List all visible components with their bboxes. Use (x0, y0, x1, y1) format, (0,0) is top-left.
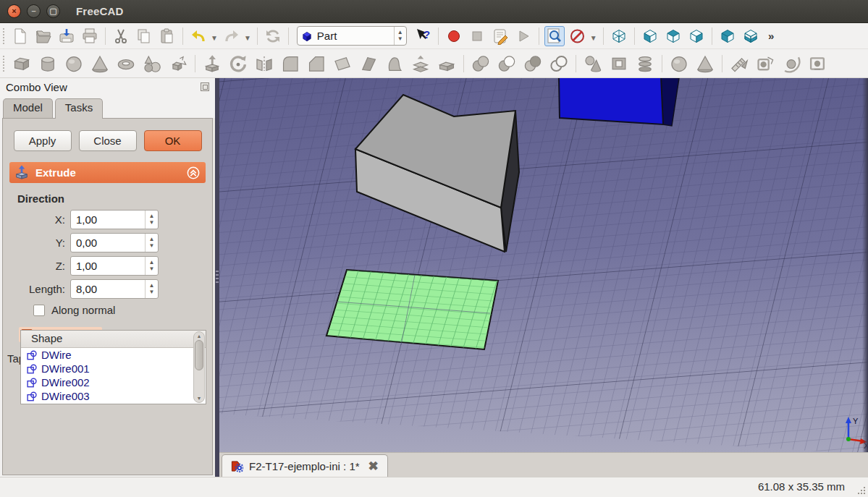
box-button[interactable] (10, 52, 33, 75)
tab-tasks[interactable]: Tasks (55, 98, 103, 119)
macro-record-button[interactable] (444, 26, 464, 46)
view-axonometric-button[interactable] (609, 26, 629, 46)
scroll-thumb[interactable] (195, 340, 203, 370)
make-face-button[interactable] (331, 52, 354, 75)
measure-refresh-button[interactable] (780, 52, 803, 75)
open-document-button[interactable] (33, 26, 54, 46)
view-front-button[interactable] (640, 26, 660, 46)
revolve-button[interactable] (227, 52, 250, 75)
draw-style-button[interactable] (568, 26, 588, 46)
view-top-icon (665, 27, 682, 45)
length-spin-arrows[interactable]: ▲▼ (145, 280, 158, 298)
shape-builder-button[interactable] (167, 52, 190, 75)
sweep-button[interactable] (581, 52, 604, 75)
apply-button[interactable]: Apply (14, 130, 72, 151)
check-geometry-button[interactable] (667, 52, 691, 75)
measure-linear-button[interactable] (728, 52, 751, 75)
ruled-surface-button[interactable] (357, 52, 380, 75)
close-button[interactable]: Close (79, 130, 137, 151)
sphere-icon (64, 54, 83, 73)
shape-list-scrollbar[interactable]: ▲ ▼ (193, 331, 205, 403)
fillet-button[interactable] (279, 52, 302, 75)
new-document-button[interactable] (10, 26, 30, 46)
shape-list-item[interactable]: DWire002 (21, 375, 206, 389)
whats-this-button[interactable] (413, 26, 433, 46)
window-minimize-button[interactable]: – (27, 4, 41, 18)
defeaturing-button[interactable] (694, 52, 717, 75)
toolbar-overflow-button[interactable] (764, 26, 784, 46)
copy-button[interactable] (134, 26, 154, 46)
resize-grip-icon[interactable] (857, 486, 866, 495)
view-bottom-button[interactable] (741, 26, 761, 46)
cut-button[interactable] (111, 26, 131, 46)
undo-button[interactable] (188, 26, 208, 46)
extrude-button[interactable] (201, 52, 224, 75)
tab-model[interactable]: Model (3, 98, 53, 118)
fit-all-button[interactable] (544, 26, 565, 46)
scroll-up-icon[interactable]: ▲ (197, 334, 202, 339)
window-maximize-button[interactable]: ▢ (46, 4, 60, 18)
view-rear-button[interactable] (717, 26, 738, 46)
draw-style-dropdown-icon[interactable]: ▼ (590, 30, 597, 42)
boolean-intersection-button[interactable] (521, 52, 544, 75)
shape-list-item[interactable]: DWire (21, 348, 206, 362)
view-top-button[interactable] (663, 26, 683, 46)
workbench-selector-arrows-icon[interactable]: ▲▼ (394, 27, 406, 45)
along-normal-checkbox[interactable]: ✓ (33, 305, 45, 316)
redo-button[interactable] (222, 26, 242, 46)
torus-button[interactable] (114, 52, 138, 75)
thickness-button[interactable] (435, 52, 458, 75)
workbench-selector[interactable]: Part▲▼ (297, 26, 407, 46)
compound-button[interactable] (607, 52, 631, 75)
close-tab-icon[interactable]: ✖ (368, 460, 379, 472)
shape-list-item[interactable]: DWire003 (21, 389, 206, 403)
shape-list-header[interactable]: Shape (21, 331, 206, 348)
extrude-icon (14, 165, 30, 181)
undo-dropdown-icon[interactable]: ▼ (211, 30, 218, 42)
x-spin-arrows[interactable]: ▲▼ (145, 211, 158, 229)
extrude-task-header[interactable]: Extrude (9, 162, 206, 183)
extrude-task-title: Extrude (35, 166, 76, 179)
float-panel-icon[interactable] (201, 82, 209, 91)
scroll-down-icon[interactable]: ▼ (197, 396, 202, 401)
mirror-button[interactable] (253, 52, 276, 75)
ok-button[interactable]: OK (144, 130, 202, 151)
print-button[interactable] (80, 26, 100, 46)
workbench-selector-value: Part (317, 30, 394, 42)
create-primitives-button[interactable] (140, 52, 164, 75)
macro-play-button[interactable] (513, 26, 534, 46)
boolean-cut-button[interactable] (495, 52, 518, 75)
toolbar-grip-icon[interactable] (1, 56, 7, 72)
offset-button[interactable] (409, 52, 432, 75)
offset-icon (411, 54, 430, 73)
green-meshed-face[interactable] (326, 270, 498, 349)
create-primitives-icon (143, 54, 161, 73)
blue-box[interactable] (559, 78, 679, 126)
cross-sections-button[interactable] (633, 52, 657, 75)
paste-button[interactable] (157, 26, 177, 46)
chamfer-button[interactable] (305, 52, 328, 75)
macro-edit-button[interactable] (490, 26, 510, 46)
shape-list-item[interactable]: DWire001 (21, 362, 206, 375)
save-document-button[interactable] (56, 26, 77, 46)
sphere-button[interactable] (62, 52, 85, 75)
collapse-section-icon[interactable] (186, 166, 201, 180)
refresh-button[interactable] (263, 26, 283, 46)
window-close-button[interactable]: × (7, 4, 21, 18)
view-right-button[interactable] (686, 26, 707, 46)
loft-button[interactable] (383, 52, 406, 75)
macro-stop-button[interactable] (467, 26, 487, 46)
cross-sections-icon (636, 54, 654, 73)
measure-clear-button[interactable] (806, 52, 829, 75)
document-tab[interactable]: F2-T17-ejemplo-ini : 1* ✖ (222, 454, 388, 477)
cylinder-button[interactable] (36, 52, 59, 75)
viewport-3d[interactable]: Y X (219, 78, 868, 452)
measure-angular-button[interactable] (754, 52, 777, 75)
toolbar-grip-icon[interactable] (1, 28, 7, 44)
cone-button[interactable] (88, 52, 111, 75)
y-spin-arrows[interactable]: ▲▼ (145, 234, 158, 252)
z-spin-arrows[interactable]: ▲▼ (145, 257, 158, 275)
boolean-section-button[interactable] (547, 52, 570, 75)
boolean-union-button[interactable] (469, 52, 492, 75)
redo-dropdown-icon[interactable]: ▼ (244, 30, 251, 42)
